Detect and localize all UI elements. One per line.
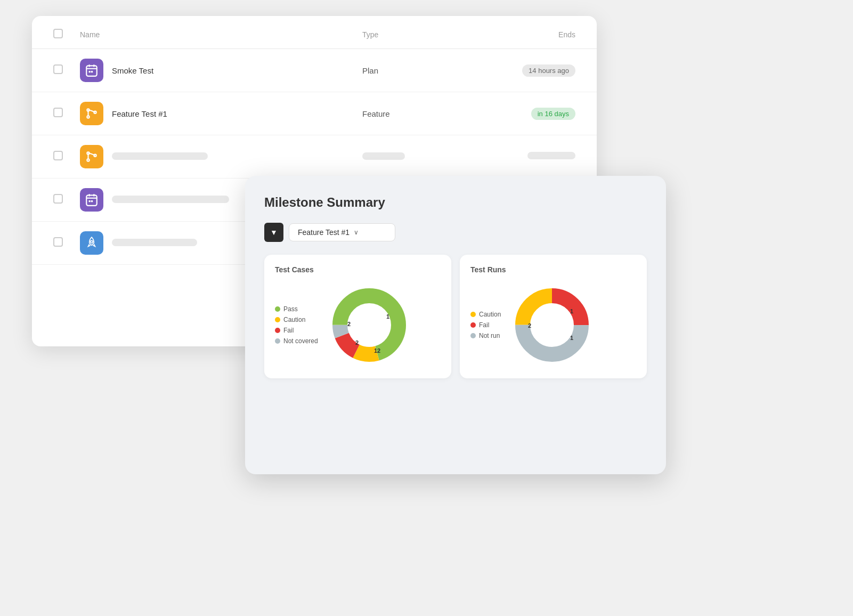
row-checkbox[interactable]: [53, 194, 63, 204]
row-checkbox[interactable]: [53, 151, 63, 160]
svg-rect-4: [89, 71, 91, 72]
icon-badge-branch: [80, 102, 103, 125]
fail-label: Fail: [479, 321, 489, 329]
test-cases-chart-svg: 1 2 2 12: [327, 282, 412, 368]
row-checkbox[interactable]: [53, 108, 63, 117]
chevron-down-icon: ∨: [354, 229, 359, 236]
svg-text:2: 2: [355, 339, 359, 346]
table-row: Smoke Test Plan 14 hours ago: [32, 49, 597, 92]
test-runs-donut: 1 1 2: [509, 282, 595, 368]
test-runs-legend: Caution Fail Not run: [470, 311, 501, 339]
charts-row: Test Cases Pass Caution Fail: [264, 255, 647, 378]
test-cases-donut: 1 2 2 12: [327, 282, 412, 368]
milestone-summary-title: Milestone Summary: [264, 195, 647, 210]
col-header-ends: Ends: [480, 30, 575, 39]
svg-point-20: [91, 241, 93, 243]
legend-pass: Pass: [275, 305, 318, 313]
row-name: Smoke Test: [112, 66, 362, 75]
svg-text:1: 1: [570, 308, 573, 314]
pass-label: Pass: [283, 305, 298, 313]
svg-text:2: 2: [347, 321, 351, 327]
svg-rect-18: [89, 200, 91, 202]
not-run-label: Not run: [479, 332, 500, 339]
not-covered-label: Not covered: [283, 337, 318, 345]
caution-dot: [275, 317, 280, 322]
row-type: Feature: [362, 109, 480, 118]
ends-badge: 14 hours ago: [522, 64, 575, 77]
legend-not-run: Not run: [470, 332, 501, 339]
table-row: Feature Test #1 Feature in 16 days: [32, 92, 597, 135]
row-type: Plan: [362, 66, 480, 75]
test-runs-title: Test Runs: [470, 265, 636, 274]
fail-dot: [470, 322, 476, 328]
svg-text:12: 12: [374, 347, 380, 354]
row-name: Feature Test #1: [112, 109, 362, 118]
fail-dot: [275, 328, 280, 333]
table-header: Name Type Ends: [32, 16, 597, 49]
svg-text:2: 2: [528, 322, 531, 329]
not-run-dot: [470, 333, 476, 338]
svg-rect-5: [91, 71, 93, 72]
caution-label: Caution: [479, 311, 501, 318]
col-header-type: Type: [362, 30, 480, 39]
svg-point-7: [87, 116, 89, 118]
calendar-icon: [85, 63, 99, 77]
test-runs-card: Test Runs Caution Fail Not run: [460, 255, 647, 378]
legend-caution: Caution: [275, 316, 318, 323]
caution-dot: [470, 312, 476, 317]
svg-rect-0: [86, 66, 97, 76]
svg-rect-19: [91, 200, 93, 202]
table-row: [32, 135, 597, 179]
icon-badge-calendar: [80, 188, 103, 212]
legend-not-covered: Not covered: [275, 337, 318, 345]
legend-caution: Caution: [470, 311, 501, 318]
fail-label: Fail: [283, 327, 294, 334]
test-runs-chart-svg: 1 1 2: [509, 282, 595, 368]
svg-point-25: [348, 304, 391, 346]
icon-badge-rocket: [80, 231, 103, 255]
test-cases-title: Test Cases: [275, 265, 441, 274]
svg-point-33: [531, 304, 573, 346]
icon-badge-calendar: [80, 59, 103, 82]
legend-fail: Fail: [275, 327, 318, 334]
filter-icon: ▼: [264, 223, 283, 242]
row-checkbox[interactable]: [53, 237, 63, 247]
pass-dot: [275, 306, 280, 312]
ends-badge: in 16 days: [531, 108, 575, 120]
svg-point-11: [87, 159, 89, 161]
rocket-icon: [85, 236, 99, 250]
row-checkbox[interactable]: [53, 64, 63, 74]
not-covered-dot: [275, 338, 280, 344]
dropdown-label: Feature Test #1: [298, 228, 350, 237]
test-cases-card: Test Cases Pass Caution Fail: [264, 255, 451, 378]
branch-icon: [85, 107, 99, 120]
header-checkbox[interactable]: [53, 29, 63, 38]
calendar-icon: [85, 193, 99, 207]
svg-text:1: 1: [570, 335, 573, 341]
svg-text:1: 1: [386, 313, 389, 320]
legend-fail: Fail: [470, 321, 501, 329]
test-cases-content: Pass Caution Fail Not covered: [275, 282, 441, 368]
filter-row: ▼ Feature Test #1 ∨: [264, 223, 647, 242]
branch-icon: [85, 150, 99, 164]
col-header-name: Name: [80, 30, 362, 39]
milestone-dropdown[interactable]: Feature Test #1 ∨: [289, 223, 395, 241]
caution-label: Caution: [283, 316, 305, 323]
test-runs-content: Caution Fail Not run: [470, 282, 636, 368]
milestone-summary-card: Milestone Summary ▼ Feature Test #1 ∨ Te…: [245, 176, 666, 474]
test-cases-legend: Pass Caution Fail Not covered: [275, 305, 318, 345]
icon-badge-branch: [80, 145, 103, 168]
